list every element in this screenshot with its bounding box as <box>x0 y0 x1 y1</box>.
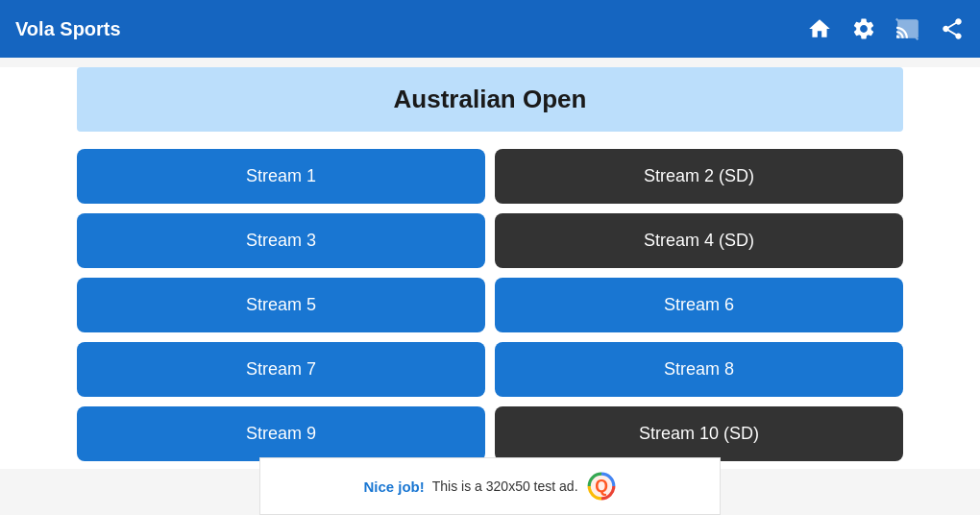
stream-5-button[interactable]: Stream 5 <box>77 278 485 332</box>
no-screen-icon[interactable] <box>895 16 920 41</box>
ad-logo-icon: Q <box>586 471 617 502</box>
home-icon[interactable] <box>807 16 832 41</box>
share-icon[interactable] <box>940 16 965 41</box>
main-content: Australian Open Stream 1 Stream 2 (SD) S… <box>0 67 980 469</box>
stream-2-button[interactable]: Stream 2 (SD) <box>495 149 903 204</box>
stream-4-button[interactable]: Stream 4 (SD) <box>495 213 903 268</box>
settings-icon[interactable] <box>851 16 876 41</box>
stream-9-button[interactable]: Stream 9 <box>77 406 485 461</box>
streams-grid: Stream 1 Stream 2 (SD) Stream 3 Stream 4… <box>0 141 980 469</box>
ad-banner: Nice job! This is a 320x50 test ad. Q <box>259 457 721 515</box>
stream-1-button[interactable]: Stream 1 <box>77 149 485 204</box>
svg-text:Q: Q <box>595 477 608 496</box>
stream-6-button[interactable]: Stream 6 <box>495 278 903 332</box>
event-title: Australian Open <box>94 85 886 114</box>
ad-nice-label: Nice job! <box>363 478 424 495</box>
event-title-banner: Australian Open <box>77 67 903 132</box>
ad-text: This is a 320x50 test ad. <box>432 478 578 494</box>
stream-3-button[interactable]: Stream 3 <box>77 213 485 268</box>
stream-8-button[interactable]: Stream 8 <box>495 342 903 397</box>
stream-10-button[interactable]: Stream 10 (SD) <box>495 406 903 461</box>
app-title: Vola Sports <box>15 18 807 40</box>
app-header: Vola Sports <box>0 0 980 58</box>
header-icons <box>807 16 965 41</box>
stream-7-button[interactable]: Stream 7 <box>77 342 485 397</box>
